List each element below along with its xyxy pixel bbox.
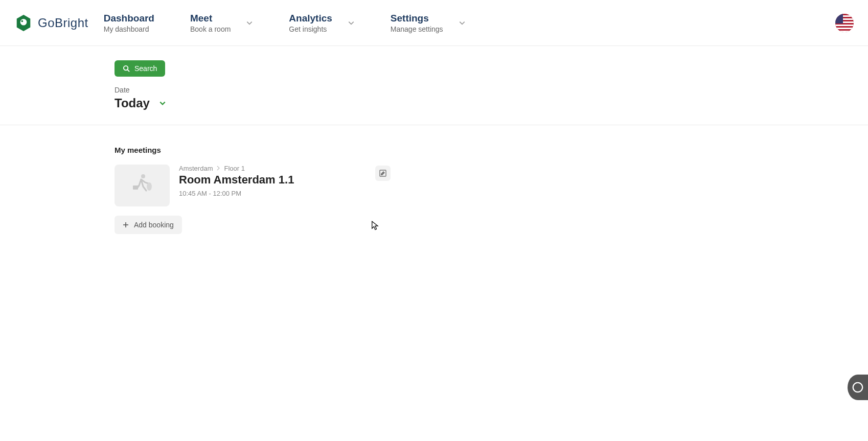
svg-point-1 bbox=[20, 18, 27, 25]
svg-line-12 bbox=[127, 69, 129, 72]
search-button[interactable]: Search bbox=[115, 60, 165, 77]
nav-item-dashboard[interactable]: Dashboard My dashboard bbox=[104, 13, 154, 33]
locale-flag-us[interactable] bbox=[835, 14, 854, 32]
header: GoBright Dashboard My dashboard Meet Boo… bbox=[0, 0, 868, 46]
nav-subtitle: My dashboard bbox=[104, 25, 154, 33]
filters-bar: Search Date Today bbox=[0, 46, 868, 125]
meeting-info: Amsterdam Floor 1 Room Amsterdam 1.1 10:… bbox=[179, 165, 391, 197]
date-value-text: Today bbox=[115, 96, 150, 110]
chevron-down-icon bbox=[348, 19, 355, 27]
svg-rect-7 bbox=[835, 25, 854, 26]
search-label: Search bbox=[134, 64, 157, 73]
breadcrumb-part: Floor 1 bbox=[224, 165, 244, 172]
nav: Dashboard My dashboard Meet Book a room … bbox=[104, 13, 835, 33]
meeting-room-name: Room Amsterdam 1.1 bbox=[179, 173, 391, 187]
meetings-heading: My meetings bbox=[115, 146, 868, 154]
plus-icon bbox=[123, 222, 129, 228]
svg-rect-9 bbox=[835, 31, 854, 32]
date-selector[interactable]: Today bbox=[115, 96, 868, 110]
date-filter: Date Today bbox=[115, 86, 868, 110]
date-label: Date bbox=[115, 86, 868, 94]
svg-rect-14 bbox=[133, 185, 138, 190]
breadcrumb: Amsterdam Floor 1 bbox=[179, 165, 391, 172]
content: Search Date Today My meetings bbox=[0, 46, 868, 234]
widget-icon bbox=[852, 382, 863, 393]
help-widget[interactable] bbox=[848, 375, 868, 400]
main: My meetings Amsterdam Floor 1 bbox=[0, 125, 868, 234]
edit-icon bbox=[379, 169, 387, 177]
nav-subtitle: Get insights bbox=[289, 25, 332, 33]
chevron-down-icon bbox=[246, 19, 253, 27]
nav-title: Dashboard bbox=[104, 13, 154, 24]
search-icon bbox=[123, 65, 130, 73]
nav-subtitle: Book a room bbox=[190, 25, 231, 33]
breadcrumb-part: Amsterdam bbox=[179, 165, 213, 172]
nav-item-analytics[interactable]: Analytics Get insights bbox=[289, 13, 354, 33]
nav-item-settings[interactable]: Settings Manage settings bbox=[391, 13, 466, 33]
svg-point-15 bbox=[147, 182, 152, 191]
running-person-icon bbox=[128, 171, 156, 200]
nav-title: Analytics bbox=[289, 13, 332, 24]
svg-rect-10 bbox=[835, 14, 843, 24]
meeting-time-range: 10:45 AM - 12:00 PM bbox=[179, 190, 391, 197]
svg-point-2 bbox=[21, 20, 24, 22]
chevron-right-icon bbox=[217, 165, 220, 172]
meeting-card[interactable]: Amsterdam Floor 1 Room Amsterdam 1.1 10:… bbox=[115, 165, 391, 206]
svg-point-13 bbox=[141, 174, 145, 178]
edit-meeting-button[interactable] bbox=[375, 166, 391, 181]
nav-title: Meet bbox=[190, 13, 231, 24]
nav-title: Settings bbox=[391, 13, 443, 24]
nav-subtitle: Manage settings bbox=[391, 25, 443, 33]
meeting-thumbnail bbox=[115, 165, 170, 206]
add-booking-label: Add booking bbox=[134, 221, 174, 229]
chevron-down-icon bbox=[459, 19, 466, 27]
logo-icon bbox=[14, 14, 33, 32]
svg-point-11 bbox=[124, 65, 128, 69]
add-booking-button[interactable]: Add booking bbox=[115, 216, 182, 234]
nav-item-meet[interactable]: Meet Book a room bbox=[190, 13, 253, 33]
logo[interactable]: GoBright bbox=[14, 14, 88, 32]
chevron-down-icon bbox=[159, 100, 166, 107]
logo-text: GoBright bbox=[38, 16, 88, 30]
svg-rect-8 bbox=[835, 28, 854, 29]
